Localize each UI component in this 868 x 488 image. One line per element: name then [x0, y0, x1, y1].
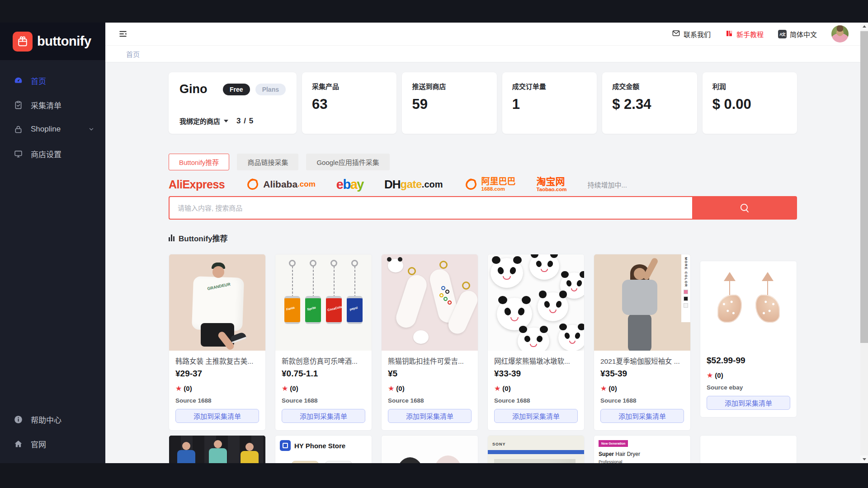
desktop-icon: [14, 149, 23, 159]
star-icon: [282, 385, 288, 392]
taobao-cn-name: 淘宝网: [537, 177, 567, 187]
alibaba-logo[interactable]: Alibaba.com: [245, 178, 316, 190]
stat-value: 1: [512, 96, 587, 113]
search-input[interactable]: [169, 196, 692, 220]
plan-badge: Free: [223, 84, 250, 95]
product-card[interactable]: 熊猫钥匙扣挂件可爱吉... ¥5 (0) Source 1688 添加到采集清单: [381, 254, 478, 431]
sidebar-item-label: 首页: [31, 75, 46, 86]
product-card[interactable]: [381, 435, 478, 463]
product-card[interactable]: [700, 435, 797, 463]
brand-logo[interactable]: buttonify: [0, 23, 105, 60]
beginner-tutorial-link[interactable]: 新手教程: [725, 29, 764, 39]
caret-down-icon[interactable]: [224, 120, 228, 122]
breadcrumb-home[interactable]: 首页: [126, 49, 140, 59]
product-image: [488, 254, 584, 351]
product-title: 韩路女装 主推款复古美...: [175, 356, 259, 366]
add-to-collection-button[interactable]: 添加到采集清单: [282, 409, 365, 423]
star-icon: [175, 385, 182, 392]
dhgate-dh: DH: [384, 178, 401, 192]
rating-count: (0): [184, 385, 192, 392]
tab-product-link-collect[interactable]: 商品链接采集: [237, 154, 298, 170]
language-switcher[interactable]: 简体中文: [778, 29, 817, 39]
contact-us-link[interactable]: 联系我们: [672, 29, 711, 39]
sidebar-item-label: 采集清单: [31, 99, 61, 111]
product-image: SONY: [488, 436, 584, 463]
mail-icon: [672, 29, 680, 39]
sidebar-item-home[interactable]: 首页: [0, 68, 105, 93]
add-to-collection-button[interactable]: 添加到采集清单: [175, 409, 259, 423]
account-name: Gino: [179, 82, 208, 96]
search-bar: [169, 196, 797, 220]
sidebar-item-official-site[interactable]: 官网: [0, 432, 105, 456]
product-card[interactable]: $52.99-99 (0) Source ebay 添加到采集清单: [700, 261, 797, 418]
1688-cn-name: 阿里巴巴: [481, 177, 516, 186]
plans-button[interactable]: Plans: [255, 84, 286, 95]
add-to-collection-button[interactable]: 添加到采集清单: [494, 409, 578, 423]
product-card[interactable]: MORE COLOR 2021夏季瑜伽服短袖女 ... ¥35-39 (0) S…: [594, 254, 691, 431]
product-image: HY Phone Store: [275, 436, 372, 463]
taobao-domain: Taobao.com: [537, 187, 567, 192]
ebay-logo[interactable]: ebay: [336, 177, 363, 192]
clipboard-icon: [14, 100, 23, 110]
1688-swoosh-icon: [464, 178, 479, 190]
tab-buttonify-recommend[interactable]: Buttonify推荐: [169, 154, 229, 170]
chevron-down-icon: [88, 126, 94, 132]
stat-value: 63: [312, 96, 387, 113]
product-card[interactable]: [169, 435, 266, 463]
sidebar-item-help-center[interactable]: 帮助中心: [0, 407, 105, 432]
sidebar-item-collection-list[interactable]: 采集清单: [0, 93, 105, 117]
home-icon: [14, 439, 23, 449]
product-card[interactable]: 网红爆浆熊猫墩冰墩软... ¥33-39 (0) Source 1688 添加到…: [487, 254, 585, 431]
product-grid-row-1: GRANDEUR 韩路女装 主推款复古美... ¥29-37 (0) Sourc…: [169, 254, 797, 431]
sidebar-item-store-settings[interactable]: 商店设置: [0, 141, 105, 166]
ebay-letter: a: [350, 177, 357, 192]
bound-stores-value: 3 / 5: [236, 117, 254, 126]
product-price: ¥5: [388, 369, 472, 379]
product-card[interactable]: HY Phone Store: [275, 435, 372, 463]
beginner-tutorial-label: 新手教程: [736, 29, 764, 39]
dhgate-logo[interactable]: DHgate.com: [384, 178, 443, 192]
image-title-bold: Super: [599, 451, 614, 457]
stat-card-pushed-to-store: 推送到商店 59: [402, 72, 496, 134]
add-to-collection-button[interactable]: 添加到采集清单: [600, 409, 684, 423]
language-label: 简体中文: [790, 29, 817, 39]
scrollbar-up-arrow[interactable]: [860, 23, 868, 30]
dhgate-tld: .com: [422, 179, 443, 190]
product-image: [700, 261, 797, 351]
taobao-logo[interactable]: 淘宝网Taobao.com: [537, 177, 567, 192]
search-button[interactable]: [692, 196, 797, 220]
product-card[interactable]: New Generation Super Hair Dryer Professi…: [594, 435, 691, 463]
scrollbar-thumb[interactable]: [860, 31, 868, 343]
lock-icon: [14, 125, 23, 134]
alibaba-1688-logo[interactable]: 阿里巴巴1688.com: [464, 177, 516, 192]
star-icon: [707, 372, 713, 379]
window-scrollbar[interactable]: [860, 23, 868, 463]
sidebar-footer: 帮助中心 官网: [0, 407, 105, 456]
1688-domain: 1688.com: [481, 186, 516, 192]
avatar[interactable]: [831, 25, 849, 42]
section-title: Buttonify推荐: [179, 232, 228, 244]
aliexpress-logo[interactable]: AliExpress: [169, 178, 225, 191]
dashboard-icon: [14, 76, 23, 85]
product-card[interactable]: FantaSpriteCocaColapepsi 新款创意仿真可乐啤酒... ¥…: [275, 254, 372, 431]
scrollbar-down-arrow[interactable]: [860, 455, 868, 463]
more-color-label: MORE COLOR: [684, 257, 688, 287]
contact-us-label: 联系我们: [684, 29, 711, 39]
tab-google-plugin-collect[interactable]: Google应用插件采集: [306, 154, 389, 170]
sidebar-item-shopline[interactable]: Shopline: [0, 117, 105, 141]
product-card[interactable]: GRANDEUR 韩路女装 主推款复古美... ¥29-37 (0) Sourc…: [169, 254, 266, 431]
product-card[interactable]: SONY: [487, 435, 585, 463]
add-to-collection-button[interactable]: 添加到采集清单: [707, 396, 790, 410]
brand-name: buttonify: [37, 34, 91, 49]
product-price: ¥29-37: [175, 369, 259, 379]
source-tabs: Buttonify推荐 商品链接采集 Google应用插件采集: [169, 154, 797, 170]
add-to-collection-button[interactable]: 添加到采集清单: [388, 409, 472, 423]
alibaba-wordmark: Alibaba: [263, 179, 297, 190]
star-icon: [494, 385, 500, 392]
sidebar-collapse-button[interactable]: [117, 28, 129, 40]
breadcrumb: 首页: [105, 45, 860, 62]
rating-count: (0): [609, 385, 617, 392]
search-icon: [739, 202, 750, 214]
alibaba-tld: .com: [297, 180, 316, 189]
stats-panel-row: Gino Free Plans 我绑定的商店 3 / 5 采集产品 63 推送到…: [169, 72, 797, 134]
